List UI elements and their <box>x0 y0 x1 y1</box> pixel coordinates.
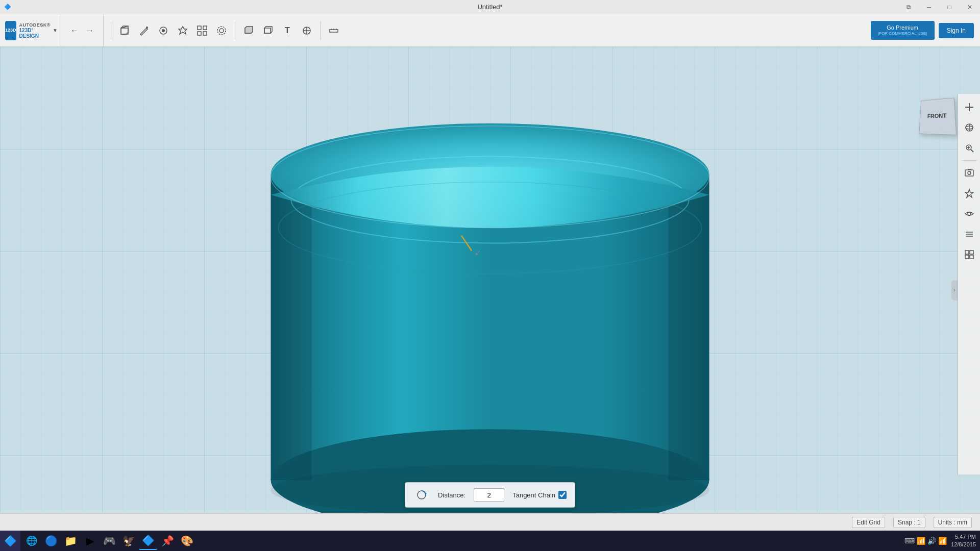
product-name: 123D° DESIGN <box>19 28 51 39</box>
distance-input[interactable] <box>474 488 504 502</box>
group-icon[interactable] <box>212 21 231 40</box>
sign-in-button[interactable]: Sign In <box>939 23 974 38</box>
taskbar-app-minecraft[interactable]: 🎮 <box>100 532 118 550</box>
window-controls: ⧉ ─ □ ✕ <box>898 0 980 14</box>
separator-3 <box>320 21 321 40</box>
cube-solid-icon[interactable] <box>239 21 258 40</box>
restore-button[interactable]: ⧉ <box>898 0 919 14</box>
svg-rect-15 <box>264 28 271 33</box>
svg-rect-31 <box>669 174 709 480</box>
svg-point-53 <box>968 212 971 215</box>
box-icon[interactable] <box>115 21 134 40</box>
taskbar-app-autodesk[interactable]: 🔷 <box>139 532 157 550</box>
pattern-icon[interactable] <box>193 21 211 40</box>
taskbar-app-sticky[interactable]: 📌 <box>158 532 177 550</box>
modify-icon[interactable] <box>174 21 192 40</box>
keyboard-icon[interactable]: ⌨ <box>904 537 915 545</box>
svg-rect-20 <box>330 30 338 32</box>
cylinder-3d: ↙ <box>0 47 980 513</box>
taskbar-app-orb[interactable]: 🌐 <box>22 532 41 550</box>
network-icon[interactable]: 📶 <box>917 537 925 545</box>
text-icon[interactable]: T <box>278 21 297 40</box>
svg-rect-51 <box>968 169 971 170</box>
svg-rect-8 <box>203 26 207 30</box>
distance-label: Distance: <box>438 491 465 499</box>
view-cube-face[interactable]: FRONT <box>919 98 957 135</box>
svg-text:↙: ↙ <box>475 248 481 257</box>
logo-area: 123D AUTODESK® 123D° DESIGN ▼ <box>0 14 61 47</box>
tangent-chain-label: Tangent Chain <box>512 491 555 499</box>
close-button[interactable]: ✕ <box>960 0 980 14</box>
taskbar-app-bird[interactable]: 🦅 <box>119 532 138 550</box>
toolbar-main: T <box>104 14 871 46</box>
maximize-button[interactable]: □ <box>939 0 960 14</box>
solid-icon[interactable] <box>154 21 173 40</box>
svg-rect-60 <box>970 255 973 259</box>
sketch-icon[interactable] <box>135 21 153 40</box>
go-premium-button[interactable]: Go Premium (FOR COMMERCIAL USE) <box>871 21 935 40</box>
system-tray-icons: ⌨ 📶 🔊 📶 <box>904 537 947 545</box>
window-title: Untitled* <box>477 3 502 11</box>
svg-rect-49 <box>965 170 973 176</box>
tangent-chain-checkbox[interactable] <box>558 491 567 499</box>
svg-marker-52 <box>965 189 973 197</box>
svg-rect-10 <box>203 32 207 35</box>
svg-marker-62 <box>425 493 427 495</box>
tangent-chain-container: Tangent Chain <box>512 491 567 499</box>
svg-rect-59 <box>965 255 969 259</box>
right-arrow-tab[interactable]: › <box>951 280 958 300</box>
taskbar-app-chrome[interactable]: 🔵 <box>42 532 60 550</box>
back-button[interactable]: ← <box>67 23 82 38</box>
cube-surface-icon[interactable] <box>259 21 277 40</box>
svg-rect-7 <box>198 26 201 30</box>
zoom-fit-button[interactable] <box>960 98 978 116</box>
svg-marker-14 <box>245 27 253 33</box>
svg-point-3 <box>146 27 148 29</box>
render-button[interactable] <box>960 184 978 203</box>
separator-1 <box>111 21 111 40</box>
start-button[interactable]: 🔷 <box>0 531 20 551</box>
viewport: ↙ FRONT <box>0 47 980 513</box>
volume-icon[interactable]: 🔊 <box>927 537 936 545</box>
zoom-button[interactable] <box>960 139 978 157</box>
orbit-button[interactable] <box>960 118 978 137</box>
svg-line-46 <box>971 149 973 152</box>
separator-2 <box>235 21 235 40</box>
signal-icon[interactable]: 📶 <box>938 537 947 545</box>
taskbar-icons: 🌐 🔵 📁 ▶ 🎮 🦅 🔷 📌 🎨 <box>20 532 198 550</box>
units-indicator[interactable]: Units : mm <box>934 517 972 528</box>
svg-point-50 <box>968 171 971 174</box>
snap-indicator[interactable]: Snap : 1 <box>893 517 925 528</box>
logo-icon: 123D <box>5 21 16 40</box>
snap-icon[interactable] <box>298 21 316 40</box>
grid-settings-button[interactable] <box>960 245 978 264</box>
taskbar-app-files[interactable]: 📁 <box>61 532 80 550</box>
view-button[interactable] <box>960 205 978 223</box>
start-icon: 🔷 <box>4 535 17 547</box>
brand-name: AUTODESK® <box>19 22 51 28</box>
title-bar-left: 🔷 <box>4 0 11 14</box>
taskbar-app-media[interactable]: ▶ <box>81 532 99 550</box>
tool-panel: Distance: Tangent Chain <box>405 482 575 508</box>
edit-grid-button[interactable]: Edit Grid <box>852 517 885 528</box>
toolbar-area: 123D AUTODESK® 123D° DESIGN ▼ ← → <box>0 14 980 47</box>
view-cube[interactable]: FRONT <box>919 98 954 134</box>
svg-rect-30 <box>271 174 311 480</box>
screenshot-button[interactable] <box>960 164 978 182</box>
taskbar-right: ⌨ 📶 🔊 📶 5:47 PM 12/8/2015 <box>904 533 980 549</box>
svg-point-11 <box>217 27 226 35</box>
title-bar: 🔷 Untitled* ⧉ ─ □ ✕ <box>0 0 980 14</box>
svg-point-5 <box>162 29 165 32</box>
svg-point-12 <box>219 29 224 33</box>
forward-button[interactable]: → <box>83 23 97 38</box>
layers-button[interactable] <box>960 225 978 243</box>
logo-text: AUTODESK® 123D° DESIGN <box>19 22 51 39</box>
tool-action-icon[interactable] <box>413 487 430 503</box>
minimize-button[interactable]: ─ <box>919 0 939 14</box>
status-bar: Edit Grid Snap : 1 Units : mm <box>0 513 980 531</box>
rt-sep-1 <box>962 160 977 161</box>
taskbar-app-palette[interactable]: 🎨 <box>178 532 196 550</box>
taskbar: 🔷 🌐 🔵 📁 ▶ 🎮 🦅 🔷 📌 🎨 ⌨ 📶 🔊 📶 5:47 PM 12/8… <box>0 531 980 551</box>
measure-icon[interactable] <box>325 21 343 40</box>
logo-dropdown[interactable]: ▼ <box>53 28 58 33</box>
